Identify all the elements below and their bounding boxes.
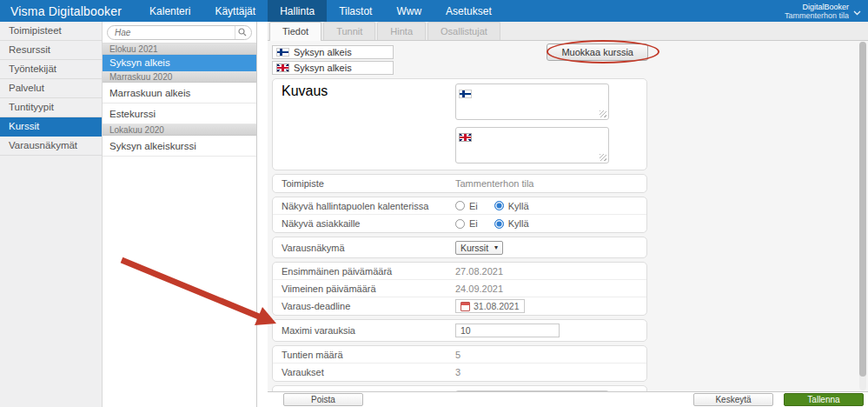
finnish-flag-icon [459, 90, 472, 98]
search-bar [103, 22, 256, 43]
sidebar-item-varausnakymat[interactable]: Varausnäkymät [0, 137, 102, 156]
visible-customers-yes-radio[interactable] [494, 219, 504, 229]
booking-view-select[interactable]: Kurssit ▾ [455, 241, 503, 255]
last-date-row: Viimeinen päivämäärä 24.09.2021 [273, 280, 646, 297]
first-date-label: Ensimmäinen päivämäärä [282, 266, 455, 277]
description-en-textarea[interactable] [455, 127, 609, 163]
main-menu: Kalenteri Käyttäjät Hallinta Tilastot Ww… [137, 0, 504, 22]
sidebar-item-toimipisteet[interactable]: Toimipisteet [0, 22, 102, 41]
first-date-row: Ensimmäinen päivämäärä 27.08.2021 [273, 263, 646, 280]
deadline-date-input[interactable]: 31.08.2021 [455, 299, 525, 313]
account-location: Tammenterhon tila [785, 11, 849, 20]
vertical-scrollbar[interactable] [859, 42, 866, 390]
max-bookings-row: Maximi varauksia [273, 320, 646, 341]
account-dropdown[interactable]: DigitalBooker Tammenterhon tila [785, 0, 868, 22]
max-bookings-panel: Maximi varauksia [272, 319, 647, 342]
calendar-icon [461, 302, 470, 311]
menu-item-asetukset[interactable]: Asetukset [434, 0, 504, 22]
description-label: Kuvaus [282, 83, 455, 163]
search-icon [238, 26, 247, 39]
menu-item-www[interactable]: Www [384, 0, 434, 22]
list-group-header: Marraskuu 2020 [103, 71, 256, 83]
course-detail-panel: Tiedot Tunnit Hinta Osallistujat Muokkaa… [268, 22, 868, 407]
hours-count-row: Tuntien määrä 5 [273, 346, 646, 364]
uk-flag-icon [276, 63, 289, 72]
deadline-row: Varaus-deadline 31.08.2021 [273, 297, 646, 315]
description-fi-textarea[interactable] [455, 83, 609, 120]
location-value: Tammenterhon tila [455, 178, 638, 189]
sidebar-item-palvelut[interactable]: Palvelut [0, 79, 102, 98]
search-button[interactable] [235, 26, 248, 39]
list-item-estekurssi[interactable]: Estekurssi [103, 103, 256, 124]
booking-view-selected-value: Kurssit [461, 243, 488, 253]
cancel-button[interactable]: Keskeytä [693, 393, 773, 406]
column-gutter [257, 22, 268, 407]
visible-admin-row: Näkyvä hallintapuolen kalenterissa Ei Ky… [273, 197, 646, 215]
menu-item-hallinta[interactable]: Hallinta [268, 0, 327, 22]
max-bookings-label: Maximi varauksia [282, 325, 455, 336]
menu-item-kalenteri[interactable]: Kalenteri [137, 0, 202, 22]
tab-osallistujat[interactable]: Osallistujat [427, 22, 500, 40]
list-item-syksyn-alkeiskurssi[interactable]: Syksyn alkeiskurssi [103, 136, 256, 157]
last-date-label: Viimeinen päivämäärä [282, 284, 455, 294]
sidebar: Toimipisteet Resurssit Työntekijät Palve… [0, 22, 103, 407]
course-list: Elokuu 2021 Syksyn alkeis Marraskuu 2020… [103, 22, 257, 407]
course-name-fi-input[interactable] [294, 47, 389, 57]
radio-label-yes: Kyllä [508, 218, 529, 229]
radio-label-yes: Kyllä [508, 201, 529, 211]
bookings-count-row: Varaukset 3 [273, 364, 646, 381]
account-info: DigitalBooker Tammenterhon tila [785, 3, 849, 20]
visible-customers-no-radio[interactable] [455, 219, 465, 229]
location-label: Toimipiste [282, 178, 455, 189]
topbar: Visma Digitalbooker Kalenteri Käyttäjät … [0, 0, 868, 22]
visible-admin-label: Näkyvä hallintapuolen kalenterissa [282, 201, 455, 211]
tab-tunnit[interactable]: Tunnit [323, 22, 375, 40]
visible-admin-no-radio[interactable] [455, 201, 465, 210]
select-caret-icon: ▾ [494, 244, 498, 251]
location-panel: Toimipiste Tammenterhon tila [272, 174, 647, 193]
visibility-panel: Näkyvä hallintapuolen kalenterissa Ei Ky… [272, 197, 647, 233]
course-name-en-input[interactable] [294, 63, 389, 73]
tab-strip: Tiedot Tunnit Hinta Osallistujat [268, 22, 868, 41]
location-row: Toimipiste Tammenterhon tila [273, 175, 646, 192]
booking-view-panel: Varausnäkymä Kurssit ▾ [272, 237, 647, 258]
list-item-syksyn-alkeis[interactable]: Syksyn alkeis [103, 55, 256, 71]
visible-customers-label: Näkyvä asiakkaille [282, 218, 455, 229]
sidebar-item-tuntityypit[interactable]: Tuntityypit [0, 98, 102, 117]
notes-panel: Muistiinpanot [272, 385, 647, 391]
sidebar-item-resurssit[interactable]: Resurssit [0, 41, 102, 60]
tab-tiedot[interactable]: Tiedot [269, 22, 321, 41]
visible-admin-yes-radio[interactable] [494, 201, 504, 210]
action-footer: Poista Keskeytä Tallenna [268, 391, 868, 407]
description-panel: Kuvaus [272, 78, 647, 170]
tab-hinta[interactable]: Hinta [377, 22, 426, 40]
account-name: DigitalBooker [785, 3, 849, 11]
edit-course-button[interactable]: Muokkaa kurssia [547, 43, 648, 61]
list-group-header: Lokakuu 2020 [103, 124, 256, 136]
bookings-count-label: Varaukset [282, 367, 455, 377]
max-bookings-input[interactable] [455, 324, 560, 337]
counts-panel: Tuntien määrä 5 Varaukset 3 [272, 345, 647, 382]
scrollbar-thumb[interactable] [859, 42, 866, 377]
uk-flag-icon [459, 133, 472, 142]
list-item-marraskuun-alkeis[interactable]: Marraskuun alkeis [103, 83, 256, 103]
brand-logo: Visma Digitalbooker [0, 0, 132, 22]
sidebar-item-kurssit[interactable]: Kurssit [0, 117, 102, 137]
first-date-value: 27.08.2021 [455, 266, 638, 277]
app-window: Visma Digitalbooker Kalenteri Käyttäjät … [0, 0, 868, 407]
booking-view-label: Varausnäkymä [282, 243, 455, 253]
booking-view-row: Varausnäkymä Kurssit ▾ [273, 237, 646, 257]
save-button[interactable]: Tallenna [784, 393, 864, 406]
chevron-down-icon [853, 3, 861, 19]
finnish-flag-icon [276, 48, 289, 57]
menu-item-tilastot[interactable]: Tilastot [327, 0, 384, 22]
sidebar-item-tyontekijat[interactable]: Työntekijät [0, 60, 102, 79]
radio-label-no: Ei [469, 218, 478, 229]
search-input[interactable] [115, 28, 235, 37]
bookings-count-value: 3 [455, 367, 638, 377]
delete-button[interactable]: Poista [283, 393, 363, 406]
menu-item-kayttajat[interactable]: Käyttäjät [202, 0, 268, 22]
list-group-header: Elokuu 2021 [103, 43, 256, 55]
deadline-label: Varaus-deadline [282, 301, 455, 311]
hours-count-value: 5 [455, 350, 638, 360]
